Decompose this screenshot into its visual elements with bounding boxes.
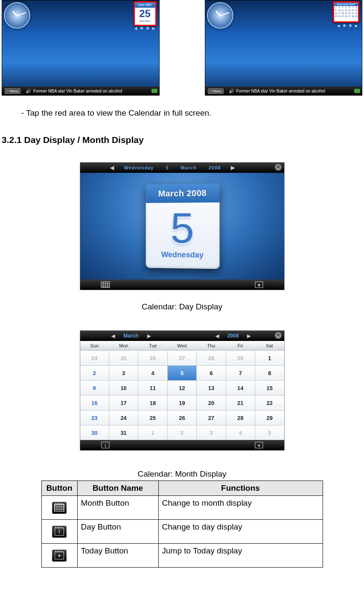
date-cell[interactable]: 26 [138,351,167,365]
menu-button[interactable]: ∷ Menu [208,88,224,94]
close-button[interactable]: ✕ [275,332,282,339]
date-cell[interactable]: 15 [255,381,284,395]
date-cell[interactable]: 3 [197,425,225,440]
date-cell[interactable]: 8 [255,366,284,380]
date-cell[interactable]: 27 [168,351,196,365]
date-cell[interactable]: 23 [80,411,109,425]
clock-widget [4,2,30,29]
date-cell[interactable]: 25 [109,351,138,365]
date-cell[interactable]: 18 [138,396,167,410]
topbar-month: March [175,165,203,170]
widget-pager[interactable]: ◀ ▶ [335,23,359,28]
th-name: Button Name [77,481,158,496]
pager-dot [146,27,149,29]
caption-month: Calendar: Month Display [2,469,362,479]
mini-day-cell: 6 [348,6,351,9]
date-cell[interactable]: 2 [168,425,196,440]
widget-pager[interactable]: ◀ ▶ [133,26,157,30]
month-grid: 2425262728291234567891011121314151617181… [80,350,284,440]
date-cell[interactable]: 19 [168,396,196,410]
speaker-icon[interactable]: 🔊 [229,89,234,93]
mini-day-cell: 23 [334,15,338,18]
date-cell[interactable]: 31 [109,425,138,440]
date-cell[interactable]: 1 [255,351,284,365]
date-cell[interactable]: 22 [255,396,284,410]
date-cell[interactable]: 30 [80,425,109,440]
menu-button[interactable]: ∷ Menu [5,88,20,94]
calendar-day-icon: 1 [101,442,110,448]
date-cell[interactable]: 11 [138,381,167,395]
date-cell[interactable]: 4 [226,425,255,440]
date-cell[interactable]: 7 [226,366,255,380]
date-cell[interactable]: 26 [168,411,196,425]
next-day-button[interactable]: ▶ [227,165,239,171]
widget-footer: (Monday) [135,20,155,22]
date-cell[interactable]: 20 [197,396,225,410]
calendar-day-widget[interactable]: June 2007 25 (Monday) [134,1,157,26]
chevron-left-icon[interactable]: ◀ [337,24,340,28]
taskbar-end-icon[interactable] [354,89,360,93]
date-cell[interactable]: 6 [197,366,225,380]
date-cell[interactable]: 24 [109,411,138,425]
speaker-icon[interactable]: 🔊 [26,89,31,93]
date-cell[interactable]: 10 [109,381,138,395]
date-cell[interactable]: 29 [226,351,255,365]
month-bottombar: 1 ★ [80,440,284,450]
date-cell[interactable]: 16 [80,396,109,410]
date-cell[interactable]: 5 [255,425,284,440]
day-view-button[interactable]: 1 [101,441,110,449]
mini-day-cell: 26 [344,15,348,18]
date-cell[interactable]: 28 [197,351,225,365]
menu-label: Menu [10,89,18,93]
date-cell[interactable]: 14 [226,381,255,395]
day-card-number: 5 [146,202,219,253]
mini-day-cell: 29 [355,15,358,18]
instruction-text: - Tap the red area to view the Calendar … [21,108,362,118]
date-cell[interactable]: 4 [138,366,167,380]
chevron-right-icon[interactable]: ▶ [152,26,155,30]
svg-text:★: ★ [257,283,261,287]
pager-dot [349,24,352,27]
dow-cell: Mon [109,343,138,348]
today-button[interactable]: ★ [254,441,264,449]
dow-cell: Wed [167,343,196,348]
date-cell[interactable]: 1 [138,425,167,440]
next-year-button[interactable]: ▶ [247,333,250,339]
caption-day: Calendar: Day Display [2,302,362,312]
next-month-button[interactable]: ▶ [147,333,151,339]
button-table: Button Button Name Functions Month Butto… [41,481,323,568]
calendar-topbar: ◀ Wednesday 5 March 2008 ▶ ✕ [80,163,284,173]
button-func-cell: Change to day display [158,520,323,544]
today-button[interactable]: ★ [254,281,264,288]
date-cell[interactable]: 5 [168,366,196,380]
date-cell[interactable]: 9 [80,381,109,395]
prev-year-button[interactable]: ◀ [215,333,219,339]
date-cell[interactable]: 12 [168,381,196,395]
day-icon [52,526,67,538]
screenshot-right: December 2007 23456789101112131415161718… [205,0,363,96]
prev-day-button[interactable]: ◀ [106,165,118,171]
prev-month-button[interactable]: ◀ [111,333,115,339]
date-cell[interactable]: 24 [80,351,109,365]
table-row: Today ButtonJump to Today display [41,544,323,568]
taskbar-end-icon[interactable] [151,89,157,93]
date-cell[interactable]: 28 [226,411,255,425]
month-icon [52,502,67,514]
date-cell[interactable]: 2 [80,366,109,380]
date-cell[interactable]: 29 [255,411,284,425]
date-cell[interactable]: 25 [138,411,167,425]
date-cell[interactable]: 27 [197,411,225,425]
date-cell[interactable]: 21 [226,396,255,410]
topbar-year: 2008 [203,165,227,170]
mini-day-cell: 12 [344,9,348,12]
dow-cell: Thu [197,343,226,348]
chevron-left-icon[interactable]: ◀ [134,26,137,30]
close-button[interactable]: ✕ [275,164,282,171]
date-cell[interactable]: 17 [109,396,138,410]
month-view-button[interactable] [101,281,110,288]
chevron-right-icon[interactable]: ▶ [355,24,358,28]
calendar-month-widget[interactable]: December 2007 23456789101112131415161718… [333,1,359,23]
date-cell[interactable]: 13 [197,381,225,395]
calendar-bottombar: ★ [80,280,284,290]
date-cell[interactable]: 3 [109,366,138,380]
